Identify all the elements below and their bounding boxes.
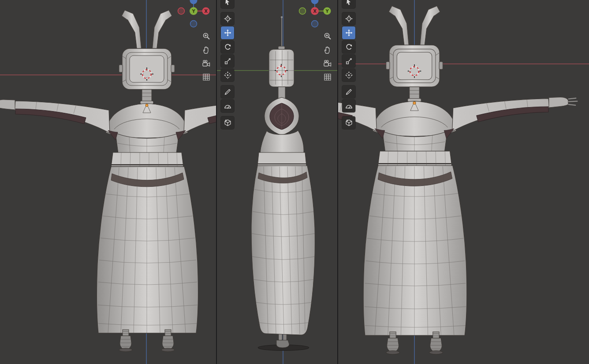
camera-icon[interactable]	[202, 59, 211, 68]
add-cube-icon	[224, 119, 231, 126]
measure-icon	[224, 102, 231, 110]
grid-icon[interactable]	[202, 73, 211, 82]
annotate-icon	[224, 88, 231, 96]
tool-button-cursor[interactable]	[221, 12, 234, 25]
tool-button-annotate[interactable]	[342, 85, 355, 98]
tool-button-measure[interactable]	[342, 100, 355, 112]
tool-shelf-back	[342, 0, 355, 129]
tool-button-scale[interactable]	[342, 55, 355, 67]
gizmo-neg-x-handle[interactable]	[178, 8, 185, 15]
tool-button-transform[interactable]	[221, 69, 234, 82]
rotate-icon	[345, 43, 353, 51]
tool-button-move[interactable]	[221, 26, 234, 39]
character-model-back[interactable]	[338, 6, 578, 354]
gizmo-neg-z-handle[interactable]	[312, 21, 318, 27]
gizmo-z-handle[interactable]	[190, 0, 198, 4]
pan-icon[interactable]	[323, 45, 332, 54]
gizmo-y-label: Y	[325, 9, 329, 14]
annotate-icon	[345, 88, 353, 96]
nav-gizmo-side[interactable]: Y X	[296, 0, 334, 30]
tool-button-add-cube[interactable]	[342, 116, 355, 129]
grid-icon[interactable]	[323, 73, 332, 82]
select-box-icon	[345, 0, 353, 6]
nav-gizmo-front[interactable]: X Y	[175, 0, 212, 30]
rotate-icon	[224, 43, 231, 51]
transform-icon	[345, 71, 353, 79]
scene-back[interactable]	[338, 0, 589, 364]
gizmo-z-handle[interactable]	[311, 0, 319, 4]
viewport-side[interactable]: Y X	[217, 0, 337, 364]
pan-icon[interactable]	[202, 45, 211, 54]
gizmo-y-label: Y	[191, 9, 195, 14]
add-cube-icon	[345, 119, 353, 126]
viewport-front[interactable]: X Y	[0, 0, 216, 364]
zoom-icon[interactable]	[323, 32, 332, 41]
cursor-icon	[345, 15, 353, 22]
select-box-icon	[224, 0, 231, 6]
workspace: X Y Y X	[0, 0, 589, 364]
gizmo-neg-y-handle[interactable]	[299, 8, 306, 15]
tool-button-select-box[interactable]	[221, 0, 234, 8]
viewport-back[interactable]	[338, 0, 589, 364]
gizmo-x-label: X	[204, 9, 208, 14]
tool-button-transform[interactable]	[342, 69, 355, 82]
zoom-icon[interactable]	[202, 32, 211, 41]
tool-shelf-side	[221, 0, 234, 129]
gizmo-neg-z-handle[interactable]	[190, 21, 197, 27]
tool-button-annotate[interactable]	[221, 85, 234, 98]
scale-icon	[345, 57, 353, 65]
move-icon	[345, 29, 353, 37]
character-model-front[interactable]	[0, 10, 216, 352]
tool-button-move[interactable]	[342, 26, 355, 39]
camera-icon[interactable]	[323, 59, 332, 68]
scene-front[interactable]	[0, 0, 216, 364]
tool-button-measure[interactable]	[221, 100, 234, 112]
character-model-side[interactable]	[251, 16, 315, 351]
tool-button-rotate[interactable]	[342, 41, 355, 53]
tool-button-scale[interactable]	[221, 55, 234, 67]
tool-button-rotate[interactable]	[221, 41, 234, 53]
tool-button-add-cube[interactable]	[221, 116, 234, 129]
viewport-nav-front	[202, 32, 211, 82]
tool-button-cursor[interactable]	[342, 12, 355, 25]
move-icon	[224, 29, 231, 37]
tool-button-select-box[interactable]	[342, 0, 355, 8]
viewport-nav-side	[323, 32, 332, 82]
gizmo-x-label: X	[313, 9, 317, 14]
transform-icon	[224, 71, 231, 79]
scene-side[interactable]	[217, 0, 337, 364]
cursor-icon	[224, 15, 231, 22]
measure-icon	[345, 102, 353, 110]
scale-icon	[224, 57, 231, 65]
